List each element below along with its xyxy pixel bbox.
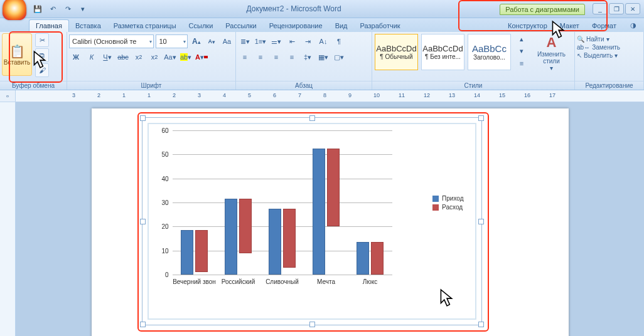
office-button[interactable]: [3, 0, 26, 20]
tab-view[interactable]: Вид: [329, 20, 354, 32]
borders-icon[interactable]: ▢▾: [332, 50, 346, 64]
shading-icon[interactable]: ▦▾: [316, 50, 330, 64]
line-spacing-icon[interactable]: ‡▾: [301, 50, 314, 64]
group-paragraph-label: Абзац: [236, 81, 372, 90]
vertical-ruler[interactable]: [0, 102, 16, 336]
chart-plot-area[interactable]: 0102030405060 Вечерний звонРоссийскийСли…: [148, 123, 476, 320]
superscript-button[interactable]: x2: [148, 50, 161, 64]
font-family-dropdown[interactable]: Calibri (Основной те: [69, 34, 154, 48]
bar-group[interactable]: [217, 199, 260, 275]
undo-icon[interactable]: ↶: [48, 4, 58, 14]
bold-button[interactable]: Ж: [69, 50, 83, 64]
styles-up-icon[interactable]: ▴: [515, 33, 529, 45]
bar[interactable]: [225, 199, 237, 275]
sort-icon[interactable]: A↓: [316, 34, 330, 48]
bar-group[interactable]: [304, 149, 348, 275]
tab-developer[interactable]: Разработчик: [354, 20, 407, 32]
document-canvas[interactable]: 0102030405060 Вечерний звонРоссийскийСли…: [16, 102, 644, 336]
underline-button[interactable]: Ч▾: [100, 50, 114, 64]
minimize-button[interactable]: _: [593, 3, 608, 14]
redo-icon[interactable]: ↷: [63, 4, 73, 14]
resize-handle[interactable]: [478, 322, 484, 327]
help-icon[interactable]: ◑: [626, 18, 640, 32]
resize-handle[interactable]: [478, 219, 484, 224]
legend-item[interactable]: Приход: [432, 195, 463, 202]
style-no-spacing[interactable]: AaBbCcDd ¶ Без инте...: [421, 34, 464, 70]
tab-mailings[interactable]: Рассылки: [219, 20, 262, 32]
italic-button[interactable]: К: [85, 50, 99, 64]
bar[interactable]: [195, 230, 208, 272]
subscript-button[interactable]: x2: [132, 50, 146, 64]
horizontal-ruler[interactable]: 3211234567891011121314151617: [16, 90, 644, 102]
align-right-icon[interactable]: ≡: [269, 50, 283, 64]
font-color-button[interactable]: A▾: [195, 50, 208, 64]
tab-insert[interactable]: Вставка: [69, 20, 107, 32]
bar[interactable]: [181, 230, 193, 275]
ruler-tick: 12: [424, 92, 430, 98]
highlight-button[interactable]: ab▾: [179, 50, 193, 64]
bar[interactable]: [371, 242, 384, 275]
tab-design[interactable]: Конструктор: [502, 20, 554, 32]
chart-object[interactable]: 0102030405060 Вечерний звонРоссийскийСли…: [142, 117, 482, 325]
bar-group[interactable]: [348, 242, 392, 275]
change-case-button[interactable]: Aa▾: [163, 50, 177, 64]
legend-item[interactable]: Расход: [432, 204, 463, 211]
copy-icon[interactable]: ⧉: [35, 48, 49, 62]
show-marks-icon[interactable]: ¶: [332, 34, 346, 48]
grow-font-icon[interactable]: A▴: [190, 34, 203, 48]
bar[interactable]: [327, 149, 340, 227]
ruler-tick: 2: [97, 92, 100, 98]
tab-page-layout[interactable]: Разметка страницы: [107, 20, 183, 32]
bar[interactable]: [313, 149, 325, 275]
bullets-icon[interactable]: ≣▾: [238, 34, 252, 48]
styles-down-icon[interactable]: ▾: [515, 45, 529, 57]
find-button[interactable]: 🔍Найти ▾: [577, 35, 641, 43]
styles-more-icon[interactable]: ≡: [515, 58, 529, 70]
restore-button[interactable]: ❐: [609, 3, 624, 14]
replace-button[interactable]: ab↔Заменить: [577, 43, 641, 51]
bar[interactable]: [283, 209, 296, 268]
cut-icon[interactable]: ✂: [35, 33, 49, 47]
bar[interactable]: [357, 242, 369, 275]
bar-group[interactable]: [173, 230, 217, 275]
indent-dec-icon[interactable]: ⇤: [285, 34, 299, 48]
font-size-dropdown[interactable]: 10: [156, 34, 188, 48]
align-center-icon[interactable]: ≡: [254, 50, 267, 64]
save-icon[interactable]: 💾: [33, 4, 43, 14]
tab-references[interactable]: Ссылки: [183, 20, 220, 32]
close-button[interactable]: ✕: [625, 3, 640, 14]
align-justify-icon[interactable]: ≡: [285, 50, 299, 64]
qat-more-icon[interactable]: ▾: [78, 4, 88, 14]
indent-inc-icon[interactable]: ⇥: [301, 34, 314, 48]
tab-layout[interactable]: Макет: [554, 20, 586, 32]
y-axis-label: 50: [161, 151, 168, 158]
resize-handle[interactable]: [478, 115, 484, 121]
change-styles-button[interactable]: A Изменить стили▾: [530, 33, 572, 73]
legend-swatch-icon: [432, 196, 439, 202]
paste-button[interactable]: 📋 Вставить: [2, 33, 32, 76]
style-heading1[interactable]: AaBbCc Заголово...: [468, 34, 511, 70]
numbering-icon[interactable]: 1≡▾: [254, 34, 267, 48]
resize-handle[interactable]: [140, 322, 146, 327]
bar[interactable]: [239, 199, 252, 253]
multilevel-icon[interactable]: ⚌▾: [269, 34, 283, 48]
resize-handle[interactable]: [140, 219, 146, 224]
group-styles-label: Стили: [372, 81, 574, 90]
select-button[interactable]: ↖Выделить ▾: [577, 51, 641, 60]
align-left-icon[interactable]: ≡: [238, 50, 252, 64]
ruler-tick: 16: [524, 92, 530, 98]
bar[interactable]: [269, 209, 281, 275]
tab-format[interactable]: Формат: [586, 20, 623, 32]
resize-handle[interactable]: [140, 115, 146, 121]
format-painter-icon[interactable]: 🖌: [35, 63, 49, 77]
chart-legend[interactable]: ПриходРасход: [432, 193, 463, 213]
resize-handle[interactable]: [309, 322, 315, 327]
strike-button[interactable]: abc: [116, 50, 130, 64]
tab-review[interactable]: Рецензирование: [263, 20, 329, 32]
clear-format-icon[interactable]: Aa: [220, 34, 233, 48]
bar-group[interactable]: [260, 209, 304, 275]
shrink-font-icon[interactable]: A▾: [205, 34, 218, 48]
tab-home[interactable]: Главная: [29, 19, 69, 32]
resize-handle[interactable]: [309, 115, 315, 121]
style-normal[interactable]: AaBbCcDd ¶ Обычный: [375, 34, 418, 70]
